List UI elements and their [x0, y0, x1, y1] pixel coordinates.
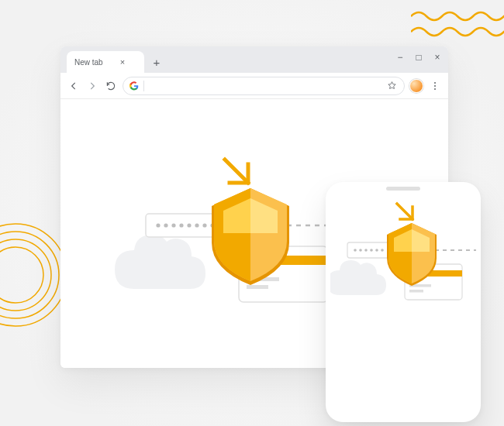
svg-point-20 — [370, 249, 373, 252]
svg-line-23 — [397, 204, 413, 219]
omnibox-divider — [143, 81, 144, 91]
minimize-button[interactable]: − — [395, 53, 405, 62]
phone-mock — [326, 182, 481, 422]
tab-title: New tab — [74, 58, 103, 67]
svg-point-18 — [359, 249, 362, 252]
svg-point-1 — [0, 232, 59, 318]
svg-point-22 — [381, 249, 384, 252]
google-logo-icon — [129, 81, 139, 91]
omnibox[interactable] — [123, 77, 405, 95]
phone-content — [326, 182, 481, 422]
decorative-wave — [411, 5, 504, 43]
arrow-down-right-icon — [225, 160, 248, 183]
decorative-circles — [0, 221, 70, 329]
address-input[interactable] — [149, 81, 381, 91]
svg-line-12 — [225, 160, 248, 183]
svg-point-9 — [195, 223, 198, 227]
maximize-button[interactable]: □ — [414, 53, 423, 62]
svg-point-3 — [0, 247, 43, 303]
svg-point-5 — [164, 223, 167, 227]
kebab-menu-button[interactable] — [428, 79, 442, 93]
arrow-down-right-icon — [397, 204, 413, 219]
cloud-icon — [330, 260, 386, 295]
svg-point-6 — [171, 223, 175, 227]
close-button[interactable]: × — [433, 53, 442, 62]
svg-point-10 — [202, 223, 206, 227]
svg-rect-27 — [409, 290, 423, 293]
cloud-icon — [115, 235, 205, 289]
back-button[interactable] — [67, 79, 81, 93]
svg-rect-16 — [247, 285, 268, 289]
new-tab-button[interactable]: + — [147, 53, 166, 71]
security-illustration-small — [330, 196, 476, 320]
svg-point-21 — [375, 249, 378, 252]
tab-close-button[interactable]: × — [120, 57, 125, 67]
svg-point-17 — [354, 249, 357, 252]
svg-point-7 — [179, 223, 183, 227]
svg-point-8 — [187, 223, 191, 227]
forward-button[interactable] — [85, 79, 99, 93]
browser-tab[interactable]: New tab × — [67, 51, 144, 73]
window-controls: − □ × — [395, 53, 442, 62]
tab-strip: New tab × + − □ × — [60, 46, 448, 73]
bookmark-star-button[interactable] — [385, 80, 398, 92]
profile-avatar[interactable] — [409, 79, 423, 93]
reload-button[interactable] — [104, 79, 118, 93]
svg-point-4 — [156, 223, 160, 227]
svg-point-19 — [364, 249, 368, 252]
toolbar — [60, 73, 448, 99]
